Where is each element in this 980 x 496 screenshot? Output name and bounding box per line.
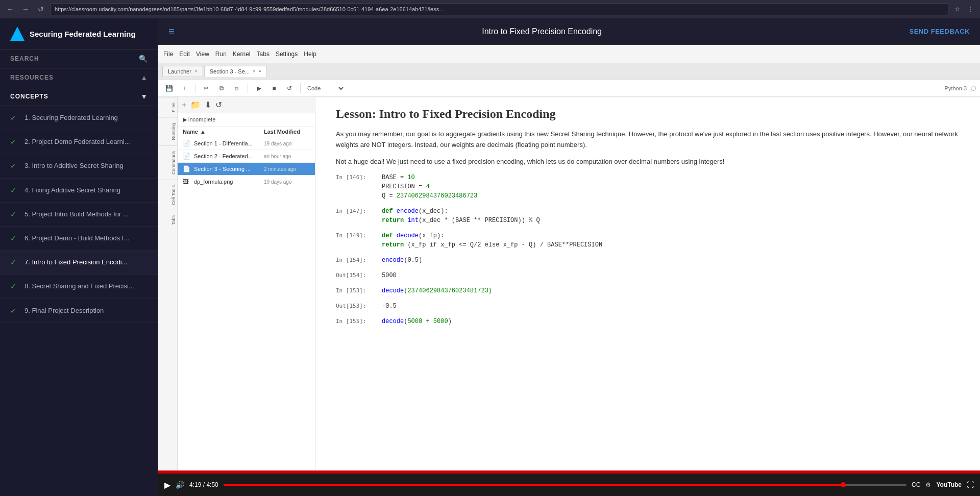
- cell-type-select[interactable]: Code: [305, 82, 346, 95]
- toolbar-separator-1: [195, 83, 195, 93]
- lesson-title: Intro to Fixed Precision Encoding: [482, 27, 602, 36]
- sidebar-search-section[interactable]: SEARCH 🔍: [0, 49, 158, 68]
- notebook-content: Lesson: Intro to Fixed Precision Encodin…: [315, 97, 980, 470]
- sidebar-nav-item-7[interactable]: ✓ 7. Intro to Fixed Precision Encodi...: [0, 251, 158, 275]
- sidebar-nav-item-8[interactable]: ✓ 8. Secret Sharing and Fixed Precisi...: [0, 275, 158, 299]
- file-col-name[interactable]: Name ▲: [183, 129, 264, 135]
- sidebar-nav-item-5[interactable]: ✓ 5. Project Intro Build Methods for ...: [0, 203, 158, 227]
- browser-icon-menu[interactable]: ⋮: [965, 4, 976, 15]
- sidebar-course-title: Securing Federated Learning: [30, 30, 136, 38]
- tab-close-icon[interactable]: ×: [194, 68, 198, 74]
- file-list-item[interactable]: 📄 Section 3 - Securing ... 2 minutes ago: [178, 163, 315, 176]
- volume-icon[interactable]: 🔊: [176, 481, 184, 489]
- fullscreen-button[interactable]: ⛶: [967, 481, 974, 489]
- video-progress-thumb: [841, 482, 846, 487]
- interrupt-button[interactable]: ■: [267, 82, 281, 95]
- play-button[interactable]: ▶: [164, 480, 170, 490]
- cell-output-value: 5000: [382, 271, 960, 280]
- cell-code[interactable]: decode(5000 + 5000): [382, 317, 960, 326]
- files-tab[interactable]: Files: [158, 97, 177, 117]
- menu-tabs[interactable]: Tabs: [257, 51, 270, 58]
- search-icon[interactable]: 🔍: [139, 55, 148, 63]
- jupyter-menubar: FileEditViewRunKernelTabsSettingsHelp: [158, 45, 980, 63]
- menu-edit[interactable]: Edit: [179, 51, 190, 58]
- menu-file[interactable]: File: [163, 51, 173, 58]
- file-breadcrumb[interactable]: ▶ incomplete: [178, 113, 315, 127]
- file-add-button[interactable]: +: [182, 101, 186, 110]
- tab-close-icon[interactable]: ×: [253, 68, 256, 74]
- notebook-title: Lesson: Intro to Fixed Precision Encodin…: [336, 107, 960, 121]
- video-controls: ▶ 🔊 4:19 / 4:50 CC ⚙ YouTube ⛶: [158, 474, 980, 496]
- code-token: return: [382, 217, 407, 224]
- copy-button[interactable]: ⧉: [215, 82, 228, 95]
- resources-label: RESOURCES: [10, 74, 140, 81]
- notebook-cell-output-3: Out[154]:5000: [336, 271, 960, 280]
- cell-code[interactable]: def decode(x_fp): return (x_fp if x_fp <…: [382, 231, 960, 250]
- notebook-para2: Not a huge deal! We just need to use a f…: [336, 157, 960, 167]
- paste-button[interactable]: ⧈: [230, 82, 243, 95]
- file-browser-panel: + 📁 ⬇ ↺ ▶ incomplete Name ▲ Last Modifie…: [178, 97, 315, 470]
- file-icon: 📄: [183, 165, 191, 172]
- run-button[interactable]: ▶: [252, 82, 265, 95]
- url-bar[interactable]: [50, 3, 948, 15]
- sidebar-nav-item-4[interactable]: ✓ 4. Fixing Additive Secret Sharing: [0, 179, 158, 203]
- jupyter-tab-1[interactable]: Section 3 - Se... × ●: [204, 66, 267, 77]
- add-cell-button[interactable]: +: [178, 82, 191, 95]
- file-icon: 📄: [183, 153, 191, 160]
- sidebar-nav-item-2[interactable]: ✓ 2. Project Demo Federated Learni...: [0, 130, 158, 154]
- send-feedback-button[interactable]: SEND FEEDBACK: [910, 28, 970, 35]
- code-token: (2374062984376023481723): [404, 287, 492, 294]
- sidebar-nav-item-3[interactable]: ✓ 3. Intro to Additive Secret Sharing: [0, 154, 158, 178]
- menu-kernel[interactable]: Kernel: [233, 51, 251, 58]
- file-list-item[interactable]: 📄 Section 2 - Federated... an hour ago: [178, 150, 315, 163]
- tab-modified-indicator: ●: [259, 69, 261, 73]
- file-refresh-button[interactable]: ↺: [215, 100, 222, 110]
- cut-button[interactable]: ✂: [200, 82, 213, 95]
- code-token: (x_dec):: [419, 208, 448, 215]
- file-download-button[interactable]: ⬇: [205, 100, 211, 110]
- nav-forward-button[interactable]: →: [19, 3, 32, 15]
- sidebar-nav-item-1[interactable]: ✓ 1. Securing Federated Learning: [0, 106, 158, 130]
- udacity-logo-icon: [10, 27, 24, 41]
- sidebar-concepts-section[interactable]: CONCEPTS ▼: [0, 87, 158, 106]
- browser-icon-star[interactable]: ☆: [951, 4, 963, 15]
- sidebar: Securing Federated Learning SEARCH 🔍 RES…: [0, 18, 158, 496]
- file-list-item[interactable]: 📄 Section 1 - Differentia... 19 days ago: [178, 137, 315, 150]
- file-upload-button[interactable]: 📁: [190, 100, 201, 110]
- nav-back-button[interactable]: ←: [4, 3, 16, 15]
- code-token: (x_fp if x_fp <= Q/2 else x_fp - Q) / BA…: [407, 241, 602, 249]
- save-button[interactable]: 💾: [162, 82, 176, 95]
- refresh-kernel-button[interactable]: ↺: [283, 82, 296, 95]
- cell-code[interactable]: BASE = 10PRECISION = 4Q = 23740629843760…: [382, 173, 960, 201]
- tabs-tab[interactable]: Tabs: [158, 210, 177, 230]
- cell-prompt-out: Out[154]:: [336, 271, 377, 280]
- nav-refresh-button[interactable]: ↺: [35, 3, 47, 15]
- code-token: decode: [382, 318, 404, 325]
- file-icon: 📄: [183, 140, 191, 147]
- settings-gear-icon[interactable]: ⚙: [925, 481, 931, 488]
- sidebar-nav-item-6[interactable]: ✓ 6. Project Demo - Build Methods f...: [0, 227, 158, 251]
- cell-code[interactable]: decode(2374062984376023481723): [382, 286, 960, 295]
- video-seekbar[interactable]: [224, 484, 906, 486]
- file-col-modified: Last Modified: [264, 129, 310, 135]
- nav-item-label: 5. Project Intro Build Methods for ...: [24, 210, 129, 219]
- captions-button[interactable]: CC: [912, 481, 920, 488]
- menu-view[interactable]: View: [196, 51, 209, 58]
- menu-hamburger-icon[interactable]: ≡: [168, 26, 175, 37]
- menu-help[interactable]: Help: [304, 51, 316, 58]
- notebook-container: FileEditViewRunKernelTabsSettingsHelp La…: [158, 45, 980, 496]
- menu-run[interactable]: Run: [215, 51, 227, 58]
- content-area: FileEditViewRunKernelTabsSettingsHelp La…: [158, 45, 980, 496]
- commands-tab[interactable]: Commands: [158, 145, 177, 180]
- menu-settings[interactable]: Settings: [276, 51, 298, 58]
- file-name: Section 3 - Securing ...: [194, 166, 264, 172]
- sidebar-nav-item-9[interactable]: ✓ 9. Final Project Description: [0, 299, 158, 323]
- jupyter-tab-0[interactable]: Launcher ×: [162, 66, 203, 77]
- cell-tools-tab[interactable]: Cell Tools: [158, 180, 177, 210]
- cell-code[interactable]: def encode(x_dec): return int(x_dec * (B…: [382, 207, 960, 225]
- running-tab[interactable]: Running: [158, 117, 177, 145]
- cell-code[interactable]: encode(0.5): [382, 256, 960, 265]
- resources-chevron-up-icon: ▲: [140, 73, 148, 82]
- file-list-item[interactable]: 🖼 dp_formula.png 19 days ago: [178, 176, 315, 188]
- sidebar-resources-section[interactable]: RESOURCES ▲: [0, 68, 158, 87]
